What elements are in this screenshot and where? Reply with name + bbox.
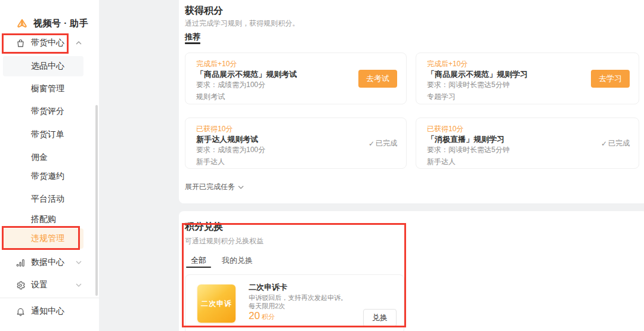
check-icon: ✓ <box>601 139 607 147</box>
task-requirement: 要求：成绩需为100分 <box>196 145 265 155</box>
task-title: 「商品展示不规范」规则考试 <box>196 69 297 80</box>
sidebar-item-label: 平台活动 <box>31 194 64 205</box>
exchange-item-name: 二次申诉卡 <box>249 282 287 293</box>
sidebar-scrollbar[interactable] <box>95 105 98 296</box>
task-status: 完成后+10分 <box>427 59 467 69</box>
exchange-subtitle: 可通过规则积分兑换权益 <box>185 236 264 246</box>
check-icon: ✓ <box>369 139 374 147</box>
task-tag: 新手达人 <box>427 157 456 167</box>
sidebar-item-label: 通知中心 <box>31 306 64 317</box>
chevron-up-icon <box>76 41 82 45</box>
chevron-down-icon <box>238 185 244 189</box>
points-value: 20 <box>249 310 260 322</box>
task-status: 完成后+10分 <box>196 59 237 69</box>
sidebar-item-cargo-invitation[interactable]: 带货邀约 <box>0 166 99 187</box>
sidebar-item-label: 带货邀约 <box>31 171 64 182</box>
sidebar-item-label: 搭配购 <box>31 214 56 225</box>
task-tag: 新手达人 <box>196 157 225 167</box>
sidebar-item-cargo-orders[interactable]: 带货订单 <box>0 125 99 145</box>
sidebar-item-settings[interactable]: 设置 <box>0 275 99 295</box>
points-unit: 积分 <box>262 313 275 321</box>
redeem-button[interactable]: 兑换 <box>363 309 397 327</box>
sidebar-item-showcase-management[interactable]: 橱窗管理 <box>0 79 99 99</box>
tab-indicator <box>185 42 200 44</box>
done-label: 已完成 <box>608 138 630 149</box>
sidebar-item-notification-center[interactable]: 通知中心 <box>0 301 99 321</box>
sidebar-item-cargo-center[interactable]: 带货中心 <box>0 33 99 53</box>
channels-logo-icon <box>16 17 29 30</box>
task-card: 完成后+10分 「商品展示不规范」规则考试 要求：成绩需为100分 规则考试 去… <box>185 52 407 104</box>
chevron-down-icon <box>76 261 82 264</box>
task-tag: 规则考试 <box>196 92 225 102</box>
sidebar-item-label: 设置 <box>31 280 48 290</box>
app-title: 视频号 · 助手 <box>33 18 88 29</box>
sidebar-item-violation-management[interactable]: 违规管理 <box>0 228 99 249</box>
sidebar-item-platform-activity[interactable]: 平台活动 <box>0 189 99 209</box>
done-label: 已完成 <box>376 138 397 149</box>
expand-label: 展开已完成任务 <box>185 182 235 192</box>
sidebar-item-label: 佣金 <box>31 152 48 163</box>
sidebar-item-label: 违规管理 <box>31 233 64 244</box>
appeal-card-tile: 二次申诉 <box>197 284 236 323</box>
task-status: 已获得10分 <box>196 124 233 134</box>
chevron-down-icon <box>76 283 82 287</box>
gear-icon <box>16 280 26 290</box>
tab-my-exchanges[interactable]: 我的兑换 <box>222 255 253 266</box>
task-card: 完成后+10分 「商品展示不规范」规则学习 要求：阅读时长需达5分钟 专题学习 … <box>416 52 639 104</box>
sidebar-item-label: 选品中心 <box>31 61 64 72</box>
task-card: 已获得10分 「消极直播」规则学习 要求：阅读时长需达5分钟 新手达人 ✓ 已完… <box>416 117 639 169</box>
task-title: 「商品展示不规范」规则学习 <box>427 69 528 80</box>
sidebar-item-label: 数据中心 <box>31 257 64 268</box>
task-tag: 专题学习 <box>427 92 456 102</box>
sidebar-item-data-center[interactable]: 数据中心 <box>0 252 99 273</box>
go-study-button[interactable]: 去学习 <box>591 70 630 88</box>
expand-completed-tasks[interactable]: 展开已完成任务 <box>185 182 244 192</box>
task-done-status: ✓ 已完成 <box>369 138 397 149</box>
bar-chart-icon <box>16 258 26 268</box>
exchange-item-card: 二次申诉 二次申诉卡 申诉驳回后，支持再次发起申诉。 每天限用2次 20 积分 … <box>185 274 404 331</box>
exchange-item-limit: 每天限用2次 <box>249 302 285 311</box>
earn-points-subtitle: 通过完成学习规则，获得规则积分。 <box>185 18 299 29</box>
sidebar-divider <box>0 298 99 298</box>
sidebar-item-label: 带货订单 <box>31 129 64 140</box>
sidebar-item-label: 带货评分 <box>31 106 64 117</box>
task-requirement: 要求：阅读时长需达5分钟 <box>427 145 510 155</box>
task-done-status: ✓ 已完成 <box>601 138 630 149</box>
tab-indicator <box>186 267 211 268</box>
sidebar-item-label: 橱窗管理 <box>31 83 64 94</box>
tab-recommended[interactable]: 推荐 <box>185 32 200 42</box>
app-logo: 视频号 · 助手 <box>16 17 88 30</box>
task-status: 已获得10分 <box>427 124 463 134</box>
exchange-title: 积分兑换 <box>185 221 223 233</box>
shopping-bag-icon <box>16 38 26 48</box>
task-card: 已获得10分 新手达人规则考试 要求：成绩需为100分 新手达人 ✓ 已完成 <box>185 117 407 169</box>
channels-assistant-app: 视频号 · 助手 带货中心 选品中心 橱窗管理 带货评分 <box>0 0 644 331</box>
tab-all[interactable]: 全部 <box>191 255 206 266</box>
exchange-item-desc: 申诉驳回后，支持再次发起申诉。 <box>249 293 347 302</box>
task-title: 新手达人规则考试 <box>196 134 258 145</box>
sidebar-item-cargo-score[interactable]: 带货评分 <box>0 101 99 122</box>
sidebar: 视频号 · 助手 带货中心 选品中心 橱窗管理 带货评分 <box>0 0 99 331</box>
earn-points-title: 获得积分 <box>185 5 223 17</box>
tile-label: 二次申诉 <box>201 299 232 309</box>
points-cost: 20 积分 <box>249 310 275 322</box>
go-exam-button[interactable]: 去考试 <box>358 70 397 88</box>
bell-icon <box>16 307 26 317</box>
task-title: 「消极直播」规则学习 <box>427 134 504 145</box>
sidebar-item-outfit-purchase[interactable]: 搭配购 <box>0 209 99 230</box>
sidebar-item-label: 带货中心 <box>31 38 64 48</box>
sidebar-item-commission[interactable]: 佣金 <box>0 147 99 168</box>
task-requirement: 要求：阅读时长需达5分钟 <box>427 80 510 90</box>
sidebar-item-selection-center[interactable]: 选品中心 <box>0 56 99 76</box>
task-requirement: 要求：成绩需为100分 <box>196 80 265 90</box>
